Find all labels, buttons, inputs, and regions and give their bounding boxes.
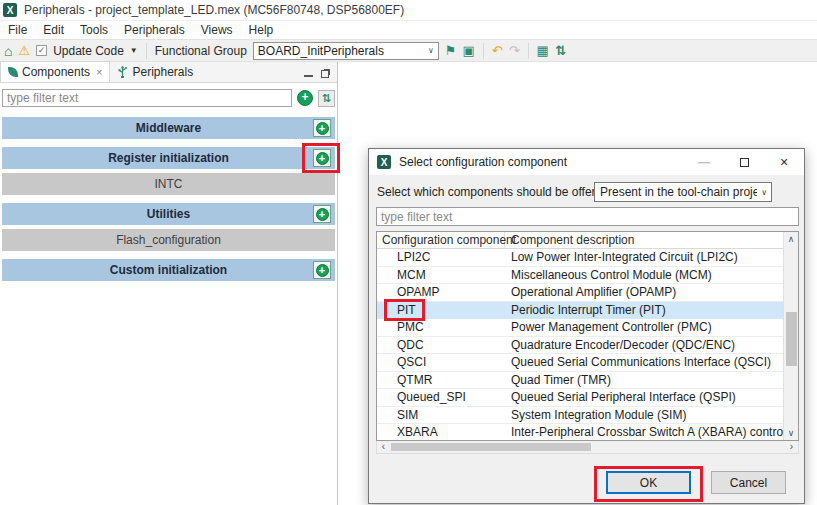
undo-icon[interactable]: ↶ [492,44,503,57]
group-label: Utilities [147,207,190,221]
add-component-icon[interactable]: + [297,90,313,106]
table-horizontal-scrollbar[interactable]: ‹ › [376,441,799,454]
warning-icon[interactable]: ⚠ [18,44,30,57]
component-item-flash-configuration[interactable]: Flash_configuration [2,229,335,251]
update-code-label[interactable]: Update Code [53,44,124,58]
add-middleware-button[interactable]: + [313,119,331,137]
offer-select[interactable]: Present in the tool-chain project ∨ [594,182,772,202]
scrollbar-thumb[interactable] [391,443,591,451]
panel-tab-bar: Components × Peripherals [0,62,337,83]
functional-group-label: Functional Group [155,44,247,58]
menu-tools[interactable]: Tools [72,23,116,37]
group-label: Middleware [136,121,201,135]
menu-file[interactable]: File [0,23,35,37]
scroll-down-icon[interactable]: ∨ [784,426,798,440]
table-row-qsci[interactable]: QSCI Queued Serial Communications Interf… [377,354,798,372]
dialog-app-icon: X [377,155,391,169]
tab-peripherals[interactable]: Peripherals [110,61,200,82]
update-code-caret-icon[interactable]: ▼ [130,46,138,55]
offer-row: Select which components should be offere… [377,181,796,203]
menu-edit[interactable]: Edit [35,23,72,37]
description-cell: Low Power Inter-Integrated Circuit (LPI2… [505,249,798,266]
component-item-intc[interactable]: INTC [2,173,335,195]
flag-icon[interactable]: ⚑ [445,44,457,57]
group-label: Custom initialization [110,263,227,277]
offer-label: Select which components should be offere… [377,185,609,199]
table-row-xbara[interactable]: XBARA Inter-Peripheral Crossbar Switch A… [377,424,798,441]
panel-controls [304,70,337,82]
group-custom-initialization[interactable]: Custom initialization + [2,259,335,281]
group-middleware[interactable]: Middleware + [2,117,335,139]
table-row-qdc[interactable]: QDC Quadrature Encoder/Decoder (QDC/ENC) [377,337,798,355]
dialog-title: Select configuration component [399,155,676,169]
scroll-right-icon[interactable]: › [785,441,798,453]
minimize-panel-icon[interactable] [304,70,313,77]
description-cell: Quad Timer (TMR) [505,372,798,389]
group-register-initialization[interactable]: Register initialization + [2,147,335,169]
functional-group-select[interactable]: BOARD_InitPeripherals ∨ [253,42,439,60]
menu-help[interactable]: Help [241,23,282,37]
column-configuration-component[interactable]: Configuration component [377,232,505,248]
select-configuration-component-dialog: X Select configuration component — × Sel… [368,148,805,504]
add-utilities-button[interactable]: + [313,205,331,223]
main-toolbar: ⌂ ⚠ ✓ Update Code ▼ Functional Group BOA… [0,39,817,62]
table-row-opamp[interactable]: OPAMP Operational Amplifier (OPAMP) [377,284,798,302]
plus-icon: + [316,122,329,135]
component-cell: SIM [377,407,505,424]
dialog-filter-input[interactable] [376,207,799,226]
tab-components[interactable]: Components × [0,61,110,82]
column-component-description[interactable]: Component description [505,232,798,248]
annotation-add-register-initialization [302,143,340,173]
maximize-icon[interactable] [724,149,764,175]
scroll-left-icon[interactable]: ‹ [377,441,390,453]
table-row-mcm[interactable]: MCM Miscellaneous Control Module (MCM) [377,267,798,285]
restore-panel-icon[interactable] [321,70,329,78]
update-code-checkbox[interactable]: ✓ [36,45,47,56]
home-icon[interactable]: ⌂ [4,44,12,58]
cancel-button[interactable]: Cancel [711,471,786,494]
toolbar-separator [483,43,484,59]
table-header: Configuration component Component descri… [377,232,798,249]
description-cell: Quadrature Encoder/Decoder (QDC/ENC) [505,337,798,354]
maximize-glyph [740,158,749,167]
description-cell: Miscellaneous Control Module (MCM) [505,267,798,284]
component-cell: MCM [377,267,505,284]
functional-group-value: BOARD_InitPeripherals [258,44,424,58]
table-row-pmc[interactable]: PMC Power Management Controller (PMC) [377,319,798,337]
components-filter-input[interactable] [2,89,292,107]
plus-icon: + [316,208,329,221]
description-cell: Inter-Peripheral Crossbar Switch A (XBAR… [505,424,798,441]
component-cell: QSCI [377,354,505,371]
dialog-titlebar: X Select configuration component — × [369,149,804,175]
table-row-pit[interactable]: PIT Periodic Interrupt Timer (PIT) [377,302,798,320]
menu-views[interactable]: Views [193,23,241,37]
scroll-up-icon[interactable]: ∧ [784,232,798,246]
sort-order-icon[interactable]: ⇅ [555,44,566,57]
component-grid-icon[interactable]: ▦ [537,44,549,57]
table-row-sim[interactable]: SIM System Integration Module (SIM) [377,407,798,425]
scrollbar-thumb[interactable] [786,312,797,366]
tab-peripherals-label: Peripherals [132,65,193,79]
chevron-down-icon: ∨ [424,46,438,55]
component-cell: XBARA [377,424,505,441]
close-icon[interactable]: × [764,149,804,175]
menu-peripherals[interactable]: Peripherals [116,23,193,37]
tab-components-label: Components [22,65,90,79]
description-cell: System Integration Module (SIM) [505,407,798,424]
table-row-queued-spi[interactable]: Queued_SPI Queued Serial Peripheral Inte… [377,389,798,407]
table-row-qtmr[interactable]: QTMR Quad Timer (TMR) [377,372,798,390]
code-preview-icon[interactable]: ▣ [462,44,474,57]
description-cell: Power Management Controller (PMC) [505,319,798,336]
table-row-lpi2c[interactable]: LPI2C Low Power Inter-Integrated Circuit… [377,249,798,267]
components-icon [8,67,18,77]
group-utilities[interactable]: Utilities + [2,203,335,225]
dialog-window-buttons: — × [684,149,804,175]
chevron-down-icon: ∨ [757,188,771,197]
table-vertical-scrollbar[interactable]: ∧ ∨ [783,232,798,440]
toolbar-separator [528,43,529,59]
sort-components-icon[interactable]: ⇅ [318,90,335,107]
close-icon[interactable]: × [96,66,102,78]
description-cell: Queued Serial Communications Interface (… [505,354,798,371]
annotation-ok-button [594,466,703,502]
add-custom-initialization-button[interactable]: + [313,261,331,279]
